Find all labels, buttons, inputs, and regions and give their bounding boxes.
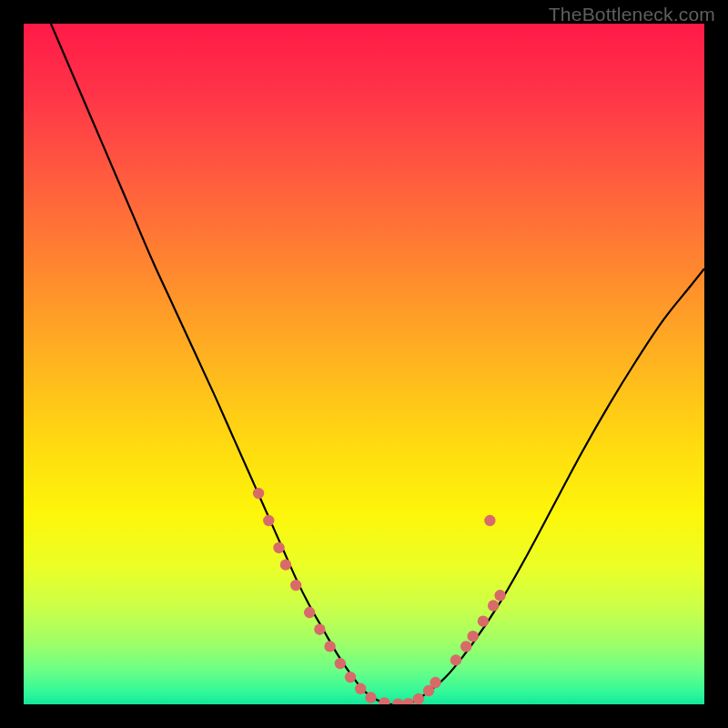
data-marker — [314, 624, 325, 635]
data-marker — [253, 488, 264, 499]
chart-overlay — [24, 24, 704, 704]
data-marker — [355, 683, 366, 694]
data-marker — [379, 697, 389, 704]
data-marker — [304, 607, 315, 618]
data-marker — [392, 698, 403, 704]
data-marker — [494, 590, 505, 601]
data-marker — [460, 641, 471, 652]
data-marker — [484, 515, 495, 526]
data-marker — [467, 631, 478, 642]
data-marker — [290, 580, 301, 591]
data-marker — [450, 654, 461, 665]
attribution-label: TheBottleneck.com — [549, 4, 715, 25]
data-marker — [365, 692, 376, 703]
data-marker — [413, 693, 424, 704]
data-marker — [430, 677, 440, 688]
data-marker — [324, 641, 335, 652]
data-marker — [402, 698, 413, 704]
data-marker — [280, 559, 291, 570]
data-marker — [273, 542, 284, 553]
bottleneck-curve — [51, 24, 704, 704]
marker-group — [253, 488, 506, 704]
data-marker — [335, 658, 346, 669]
data-marker — [478, 616, 489, 627]
data-marker — [488, 600, 499, 611]
data-marker — [345, 672, 356, 682]
data-marker — [263, 515, 274, 526]
plot-area — [24, 24, 704, 704]
chart-frame: TheBottleneck.com — [0, 0, 728, 728]
